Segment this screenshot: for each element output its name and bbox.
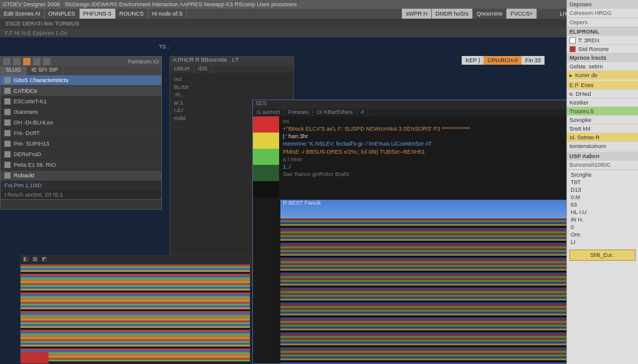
ribbon-c[interactable]: Fin 33	[521, 56, 545, 65]
menu-onnples[interactable]: ONNPLES	[45, 9, 80, 19]
swatch-icon	[569, 46, 576, 52]
editor-tab[interactable]: Oi KBarEiiNes	[313, 109, 358, 116]
inspector-sub: Cdressvn HRGG	[567, 9, 638, 18]
ts-label: TS .	[159, 44, 169, 50]
panel-icon[interactable]	[33, 58, 40, 65]
value-item: T8T	[567, 179, 638, 186]
file-icon	[4, 141, 11, 147]
tree-item[interactable]: Srett kM	[567, 124, 638, 133]
value-item: 63	[567, 201, 638, 208]
inspector-tree: E.P. Enes e. DHwd Kestker Trounru.5 Sovo…	[567, 80, 638, 152]
inspector-head: Deposes	[567, 0, 638, 9]
panel-icon[interactable]	[3, 58, 11, 65]
tree-item[interactable]: OH -DI-BLHLex	[1, 118, 161, 128]
timeline-tracks[interactable]	[21, 264, 250, 363]
inspector-tree-head[interactable]: ▸ Konvr de	[567, 71, 638, 80]
tree-item[interactable]: DEReFraD	[1, 149, 161, 160]
editor-tabs: G aorrect Fresoeo Oi KBarEiiNes 4	[253, 109, 601, 116]
gutter-marker-darkgreen	[253, 165, 279, 181]
tree-item[interactable]: E.P. Enes	[567, 81, 638, 90]
tree-item[interactable]: Pre- SUPIH13	[1, 139, 161, 149]
inspector-row[interactable]: T: 3REH.	[567, 36, 638, 45]
app-name: GTDEV Designer 2008	[2, 1, 60, 7]
tree-item[interactable]: e. DHwd	[567, 90, 638, 98]
ribbon-b[interactable]: CPIARCH-0	[483, 56, 521, 65]
menu-swpr[interactable]: sWPR H	[402, 9, 432, 19]
inspector-action-button[interactable]: Shft_Eur..	[569, 250, 636, 261]
editor-tab[interactable]: G aorrect	[253, 109, 285, 116]
value-item: 0	[567, 223, 638, 231]
toolbar: ESCE DERATI fein TORWUS SALDLARNIE1 Fies…	[0, 19, 638, 29]
gutter-marker-black	[253, 181, 279, 197]
workspace: TS . KEP ) CPIARCH-0 Fin 33 Painteom IO …	[0, 37, 638, 364]
doc-title: SKDesign IDEWKRS Environment Interaction…	[65, 1, 297, 7]
timeline-icon[interactable]: ◧	[23, 256, 29, 264]
file-icon	[4, 162, 11, 168]
tree-item[interactable]: Id. Setree-R	[567, 133, 638, 142]
menu-node[interactable]: Hi node of.S	[148, 9, 188, 19]
menu-phfuns[interactable]: PHFUNS-3	[80, 9, 116, 19]
project-tab-slug[interactable]: SLUG	[1, 67, 27, 75]
tree-item[interactable]: teintenstoinorn	[567, 142, 638, 151]
preview-sky: R BEST Fancik	[280, 200, 601, 218]
tree-section[interactable]: FvLPIm 1.10ID	[1, 181, 161, 190]
timeline-indicator	[21, 352, 49, 363]
value-item: HL I.U	[567, 208, 638, 216]
timeline-head: ◧ ▦ ◩	[21, 256, 250, 264]
file-icon	[4, 151, 11, 157]
editor-tab[interactable]: Fresoeo	[285, 109, 313, 116]
title-bar: GTDEV Designer 2008 SKDesign IDEWKRS Env…	[0, 0, 638, 9]
menu-qncern[interactable]: Qncernine	[473, 9, 507, 19]
tree-group-header[interactable]: GItoS Characteristicts	[1, 75, 161, 86]
panel-icon[interactable]	[13, 58, 21, 65]
panel-title: Painteom IO	[128, 58, 159, 65]
file-icon	[4, 98, 11, 105]
tree-item[interactable]: ESCorteT-K1	[1, 96, 161, 107]
inspector-section: USP Aabcn	[567, 152, 638, 161]
ribbon-segment: KEP ) CPIARCH-0 Fin 33	[462, 56, 545, 65]
inspector-panel: Deposes Cdressvn HRGG Ospers ELIPRONIL T…	[566, 0, 638, 364]
file-icon	[4, 88, 11, 94]
timeline-icon[interactable]: ▦	[32, 256, 38, 264]
ribbon-a[interactable]: KEP )	[462, 56, 483, 65]
panel-icon[interactable]	[43, 58, 50, 65]
menu-fvccs[interactable]: FVCCS+	[507, 9, 537, 19]
file-icon	[4, 130, 11, 136]
tree-item[interactable]: CATIDCs	[1, 86, 161, 96]
menu-dmdr[interactable]: DMDR hoSrs	[432, 9, 473, 19]
file-icon	[4, 119, 11, 126]
tree-item[interactable]: Kestker	[567, 98, 638, 107]
code-subpanel-tabs: LWLirr IDS	[170, 65, 293, 73]
tree-footer	[1, 199, 161, 209]
editor-tab[interactable]: 4	[357, 109, 368, 116]
project-tab-sfrsip[interactable]: IE SFr SIP	[27, 67, 64, 75]
breadcrumb-bar: F.F NI Is.E Epperen 1.Ov	[0, 29, 638, 37]
tree-item[interactable]: Sovopke	[567, 116, 638, 124]
inspector-section: ELIPRONIL	[567, 27, 638, 36]
tree-item[interactable]: Trounru.5	[567, 107, 638, 116]
code-editor[interactable]: mi. +''Blreck ELCV'S as'L F: SLISPD NEWr…	[280, 116, 601, 179]
subtab[interactable]: IDS	[194, 65, 212, 73]
editor-window: SES ✕ G aorrect Fresoeo Oi KBarEiiNes 4 …	[252, 100, 601, 364]
menu-bar: Edit Scenes AI ONNPLES PHFUNS-3 ROUNCS H…	[0, 9, 638, 19]
menu-rouncs[interactable]: ROUNCS	[116, 9, 148, 19]
tree-mini: I.Resch xectret, Z0 IS.1	[1, 190, 161, 199]
inspector-values: Srcnghe T8T D13 0.M 63 HL I.U IN H. 0 Or…	[567, 170, 638, 247]
project-panel-header: Painteom IO	[1, 57, 161, 67]
value-item: Srcnghe	[567, 171, 638, 179]
inspector-row[interactable]: Siid Ronone	[567, 45, 638, 54]
panel-icon[interactable]	[23, 58, 31, 65]
tree-item[interactable]: Robackt	[1, 170, 161, 181]
value-item: D13	[567, 186, 638, 194]
toolbar-left[interactable]: ESCE DERATI fein TORWUS	[2, 20, 82, 27]
inspector-row[interactable]: Gelste. sebrn	[567, 62, 638, 71]
subtab[interactable]: LWLirr	[170, 65, 194, 73]
tree-item[interactable]: Fre- DcRT	[1, 128, 161, 139]
tree-item[interactable]: Peita E1 59. RIO	[1, 160, 161, 170]
breadcrumb-path: F.F NI Is.E Epperen 1.Ov	[5, 30, 67, 36]
tree-item[interactable]: IXanmers	[1, 107, 161, 118]
file-icon	[4, 172, 11, 179]
menu-edit[interactable]: Edit Scenes AI	[0, 9, 45, 19]
timeline-icon[interactable]: ◩	[42, 256, 47, 264]
project-tree: GItoS Characteristicts CATIDCs ESCorteT-…	[1, 75, 161, 209]
